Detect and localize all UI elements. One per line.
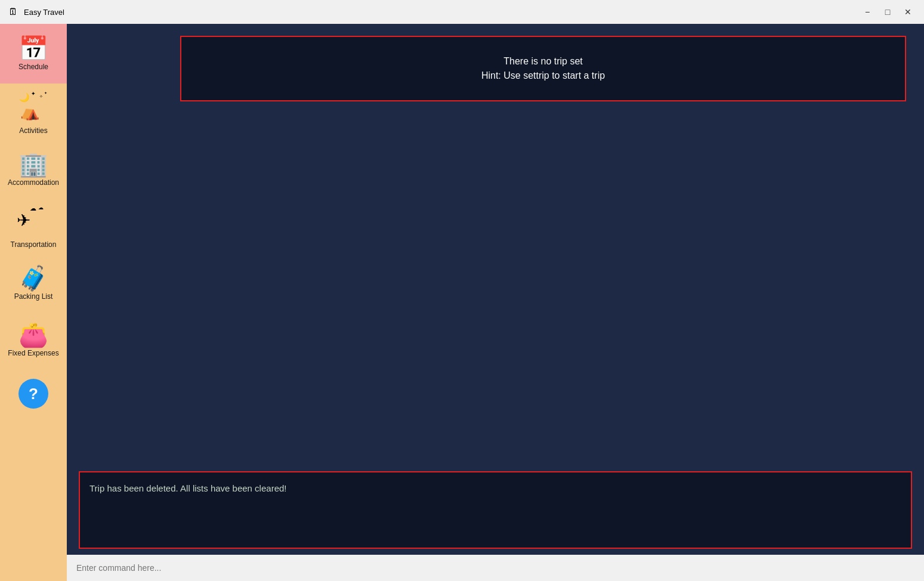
svg-text:🌙: 🌙: [19, 92, 30, 103]
no-trip-line1: There is no trip set: [503, 56, 583, 67]
svg-text:✧: ✧: [39, 94, 43, 98]
help-icon: ?: [18, 379, 48, 409]
output-text: Trip has been deleted. All lists have be…: [89, 482, 286, 496]
sidebar-label-packing-list: Packing List: [14, 292, 53, 301]
transportation-icon: ☁ ☁ ✈: [17, 203, 50, 238]
sidebar-label-fixed-expenses: Fixed Expenses: [8, 349, 58, 357]
minimize-button[interactable]: −: [858, 5, 876, 19]
close-button[interactable]: ✕: [899, 5, 917, 19]
sidebar-item-schedule[interactable]: 📅 Schedule: [0, 24, 67, 84]
no-trip-line2: Hint: Use settrip to start a trip: [481, 70, 605, 81]
sidebar-label-accommodation: Accommodation: [8, 178, 59, 187]
sidebar-item-accommodation[interactable]: 🏢 Accommodation: [0, 141, 67, 197]
output-box: Trip has been deleted. All lists have be…: [79, 471, 912, 549]
svg-text:⛺: ⛺: [20, 102, 40, 120]
command-bar: [67, 555, 924, 581]
sidebar-label-transportation: Transportation: [11, 240, 57, 249]
schedule-icon: 📅: [18, 36, 48, 60]
main-area: 📅 Schedule 🌙 ✦ ✧ ✦ ⛺ Activities: [0, 24, 924, 581]
svg-text:✈: ✈: [17, 211, 30, 230]
activities-icon: 🌙 ✦ ✧ ✦ ⛺: [18, 89, 49, 124]
fixed-expenses-icon: 👛: [18, 323, 48, 347]
title-bar: 🗓 Easy Travel − □ ✕: [0, 0, 924, 24]
no-trip-message-box: There is no trip set Hint: Use settrip t…: [180, 36, 906, 101]
svg-text:☁: ☁: [38, 205, 44, 211]
svg-text:✦: ✦: [44, 91, 47, 95]
sidebar-label-activities: Activities: [19, 126, 47, 135]
sidebar-item-transportation[interactable]: ☁ ☁ ✈ Transportation: [0, 197, 67, 255]
svg-text:☁: ☁: [30, 205, 36, 212]
content-area: There is no trip set Hint: Use settrip t…: [67, 24, 924, 581]
sidebar-item-help[interactable]: ?: [0, 368, 67, 422]
sidebar-label-schedule: Schedule: [18, 63, 48, 71]
sidebar-item-packing-list[interactable]: 🧳 Packing List: [0, 255, 67, 311]
app-icon: 🗓: [7, 6, 19, 18]
middle-spacer: [79, 113, 912, 471]
command-input[interactable]: [76, 563, 914, 573]
svg-text:✦: ✦: [31, 91, 36, 97]
sidebar: 📅 Schedule 🌙 ✦ ✧ ✦ ⛺ Activities: [0, 24, 67, 581]
packing-list-icon: 🧳: [18, 266, 48, 290]
title-bar-controls: − □ ✕: [858, 5, 917, 19]
app-title: Easy Travel: [24, 8, 64, 17]
sidebar-item-activities[interactable]: 🌙 ✦ ✧ ✦ ⛺ Activities: [0, 84, 67, 141]
accommodation-icon: 🏢: [18, 152, 48, 176]
title-bar-left: 🗓 Easy Travel: [7, 6, 64, 18]
maximize-button[interactable]: □: [879, 5, 897, 19]
sidebar-item-fixed-expenses[interactable]: 👛 Fixed Expenses: [0, 311, 67, 368]
